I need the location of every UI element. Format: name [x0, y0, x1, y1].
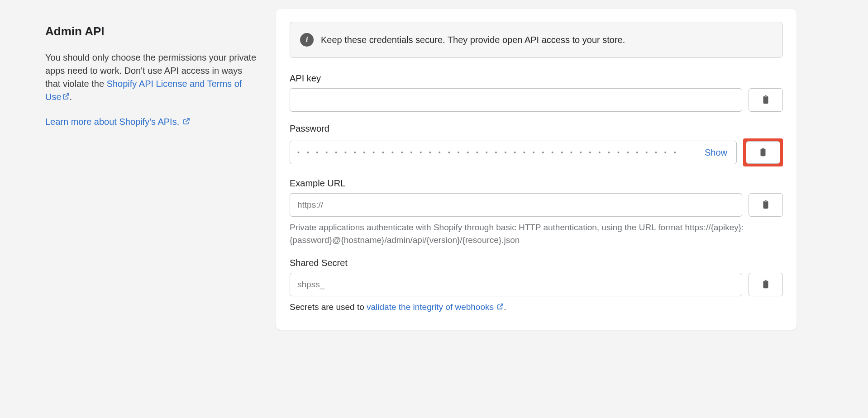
- external-link-icon: [183, 115, 190, 128]
- sidebar-description: You should only choose the permissions y…: [45, 51, 258, 104]
- api-key-field: API key: [290, 73, 783, 112]
- external-link-icon: [497, 301, 504, 314]
- api-key-input[interactable]: [290, 88, 742, 112]
- shared-secret-label: Shared Secret: [290, 258, 783, 268]
- password-masked: • • • • • • • • • • • • • • • • • • • • …: [297, 149, 697, 156]
- shared-secret-input[interactable]: [290, 273, 742, 296]
- copy-shared-secret-button[interactable]: [749, 273, 783, 296]
- password-label: Password: [290, 124, 783, 134]
- clipboard-icon: [758, 147, 768, 159]
- sidebar-title: Admin API: [45, 24, 258, 38]
- copy-api-key-button[interactable]: [749, 88, 783, 112]
- sidebar: Admin API You should only choose the per…: [45, 9, 258, 330]
- info-icon: i: [300, 33, 314, 47]
- security-banner: i Keep these credentials secure. They pr…: [290, 22, 783, 58]
- example-url-field: Example URL Private applications authent…: [290, 178, 783, 246]
- show-password-button[interactable]: Show: [703, 147, 729, 158]
- clipboard-icon: [761, 199, 771, 211]
- password-input-wrap[interactable]: • • • • • • • • • • • • • • • • • • • • …: [290, 141, 737, 164]
- api-key-label: API key: [290, 73, 783, 84]
- validate-webhooks-link[interactable]: validate the integrity of webhooks: [367, 302, 504, 312]
- banner-text: Keep these credentials secure. They prov…: [321, 35, 625, 45]
- shared-secret-field: Shared Secret Secrets are used to valida…: [290, 258, 783, 314]
- highlight-annotation: [743, 138, 783, 166]
- credentials-card: i Keep these credentials secure. They pr…: [276, 9, 796, 330]
- learn-more-link[interactable]: Learn more about Shopify's APIs.: [45, 117, 190, 127]
- password-field: Password • • • • • • • • • • • • • • • •…: [290, 124, 783, 166]
- example-url-input[interactable]: [290, 193, 742, 217]
- copy-password-button[interactable]: [746, 141, 780, 164]
- copy-example-url-button[interactable]: [749, 193, 783, 217]
- clipboard-icon: [761, 94, 771, 106]
- example-url-label: Example URL: [290, 178, 783, 189]
- external-link-icon: [62, 90, 70, 104]
- example-url-help: Private applications authenticate with S…: [290, 221, 783, 246]
- clipboard-icon: [761, 279, 771, 291]
- shared-secret-help: Secrets are used to validate the integri…: [290, 301, 783, 314]
